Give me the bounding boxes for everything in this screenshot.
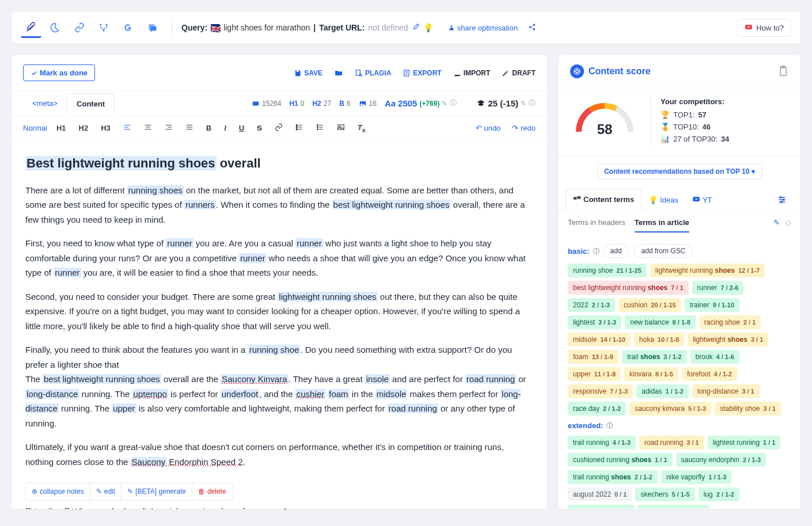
basic-info-icon[interactable]: ⓘ: [593, 247, 599, 256]
draft-button[interactable]: DRAFT: [502, 68, 536, 78]
info-icon[interactable]: ⓘ: [450, 98, 457, 108]
edit-notes-button[interactable]: ✎ edit: [90, 483, 122, 500]
term-chip[interactable]: lug2 / 1-2: [699, 487, 739, 501]
term-chip[interactable]: cushioned running shoes1 / 1: [568, 453, 673, 467]
term-chip[interactable]: saucony kinvara5 / 1-3: [629, 402, 711, 416]
term-chip[interactable]: kinvara8 / 1-5: [624, 367, 678, 381]
share-nodes-icon[interactable]: [528, 23, 536, 33]
term-chip[interactable]: road running3 / 1: [639, 436, 704, 449]
recommendations-dropdown[interactable]: Content recommendations based on TOP 10 …: [597, 163, 762, 180]
mark-done-button[interactable]: Mark as done: [23, 64, 95, 81]
clipboard-icon[interactable]: [777, 65, 789, 78]
term-chip[interactable]: lightest running1 / 1: [708, 436, 781, 449]
term-chip[interactable]: august 20220 / 1: [568, 487, 632, 501]
subtab-headers[interactable]: Terms in headers: [568, 218, 625, 232]
term-chip[interactable]: racing shoe2 / 1: [699, 315, 761, 329]
tab-content-terms[interactable]: ❝❞Content terms: [566, 189, 642, 211]
extended-info-icon[interactable]: ⓘ: [606, 421, 613, 430]
term-chip[interactable]: midsole14 / 1-10: [568, 333, 631, 346]
term-chip[interactable]: best lightweight running shoes7 / 1: [568, 281, 689, 295]
format-normal[interactable]: Normal: [23, 124, 47, 132]
tab-nodes-icon[interactable]: [93, 17, 114, 38]
align-right-icon[interactable]: [161, 121, 176, 135]
format-h2[interactable]: H2: [75, 121, 92, 135]
term-chip[interactable]: lightweight trail1 / 1: [638, 505, 709, 509]
strike-icon[interactable]: S: [253, 121, 265, 135]
term-chip[interactable]: tempo runs1 / 1-2: [568, 505, 634, 509]
term-chip[interactable]: long-distance3 / 1: [692, 384, 760, 398]
term-chip[interactable]: new balance8 / 1-8: [625, 315, 696, 329]
eraser-icon[interactable]: ◇: [786, 218, 791, 232]
term-chip[interactable]: saucony endorphin2 / 1-3: [676, 453, 767, 467]
save-button[interactable]: SAVE: [294, 68, 322, 78]
unordered-list-icon[interactable]: [313, 121, 328, 135]
pencil-terms-icon[interactable]: ✎: [773, 218, 780, 232]
delete-notes-button[interactable]: 🗑 delete: [192, 483, 232, 500]
term-chip[interactable]: trail shoes3 / 1-2: [622, 350, 687, 364]
ordered-list-icon[interactable]: 123: [292, 121, 307, 135]
term-chip[interactable]: cushion20 / 1-15: [619, 298, 681, 312]
redo-button[interactable]: ↷ redo: [512, 124, 536, 132]
tab-settings-icon[interactable]: [771, 189, 794, 211]
term-chip[interactable]: trainer9 / 1-10: [685, 298, 739, 312]
term-chip[interactable]: adidas1 / 1-2: [636, 384, 689, 398]
edit-words-icon[interactable]: ✎: [442, 100, 447, 108]
term-chip[interactable]: foam13 / 1-9: [568, 350, 619, 364]
term-chip[interactable]: stability shoe3 / 1: [715, 402, 781, 416]
tab-ideas[interactable]: 💡Ideas: [642, 189, 685, 211]
term-chip[interactable]: responsive7 / 1-3: [568, 384, 633, 398]
add-from-gsc-button[interactable]: add from GSC: [634, 244, 693, 258]
term-chip[interactable]: lightweight shoes3 / 1: [688, 333, 768, 346]
underline-icon[interactable]: U: [236, 121, 248, 135]
italic-icon[interactable]: I: [221, 121, 230, 135]
tab-content[interactable]: Content: [67, 93, 115, 114]
term-chip[interactable]: trail running4 / 1-3: [568, 436, 636, 449]
term-chip[interactable]: skechers5 / 1-5: [635, 487, 695, 501]
tab-link-icon[interactable]: [69, 17, 90, 38]
term-chip[interactable]: trail running shoes2 / 1-2: [568, 470, 658, 484]
share-optimisation[interactable]: share optimisation: [448, 24, 518, 32]
clear-format-icon[interactable]: Tx: [354, 121, 369, 136]
tab-chat-icon[interactable]: [142, 17, 162, 38]
term-chip[interactable]: running shoe21 / 1-25: [568, 264, 647, 277]
tab-yt[interactable]: YT: [685, 189, 719, 211]
align-center-icon[interactable]: [141, 121, 155, 135]
align-left-icon[interactable]: [120, 121, 135, 135]
stat-grad: 25 (-15)✎ⓘ: [476, 98, 536, 108]
collapse-notes-button[interactable]: ⊕ collapse notes: [26, 483, 90, 500]
term-chip[interactable]: lightest3 / 1-3: [568, 315, 621, 329]
term-chip[interactable]: brook4 / 1-6: [690, 350, 739, 364]
link-format-icon[interactable]: [271, 121, 286, 135]
term-chip[interactable]: upper11 / 1-8: [568, 367, 621, 381]
term-chip[interactable]: nike vaporfly1 / 1-3: [661, 470, 732, 484]
add-term-button[interactable]: add: [603, 244, 629, 258]
bold-icon[interactable]: B: [203, 121, 215, 135]
plagia-button[interactable]: PLAGIA: [355, 68, 391, 78]
term-chip[interactable]: lightweight running shoes12 / 1-7: [650, 264, 765, 277]
format-h3[interactable]: H3: [97, 121, 114, 135]
howto-button[interactable]: How to?: [737, 19, 791, 37]
content-editor[interactable]: Best lightweight running shoes overall T…: [12, 141, 547, 509]
format-h1[interactable]: H1: [53, 121, 70, 135]
tab-google-icon[interactable]: [117, 17, 138, 38]
subtab-article[interactable]: Terms in article: [635, 218, 689, 232]
export-button[interactable]: EXPORT: [403, 68, 441, 78]
image-insert-icon[interactable]: [333, 121, 348, 135]
folder-button[interactable]: [334, 68, 343, 78]
term-chip[interactable]: 20222 / 1-3: [568, 298, 615, 312]
tab-meta[interactable]: <meta>: [23, 93, 67, 113]
import-button[interactable]: IMPORT: [453, 68, 491, 78]
info-grad-icon[interactable]: ⓘ: [529, 98, 536, 108]
align-justify-icon[interactable]: [182, 121, 197, 135]
edit-grad-icon[interactable]: ✎: [521, 100, 526, 108]
term-chip[interactable]: runner7 / 2-6: [692, 281, 744, 295]
lightbulb-icon[interactable]: 💡: [423, 23, 433, 32]
undo-button[interactable]: ↶ undo: [476, 124, 501, 132]
term-chip[interactable]: hoka10 / 1-8: [634, 333, 684, 346]
edit-target-icon[interactable]: [412, 23, 420, 33]
tab-feather-icon[interactable]: [21, 17, 41, 38]
tab-pie-icon[interactable]: [45, 17, 66, 38]
term-chip[interactable]: forefoot4 / 1-2: [682, 367, 737, 381]
term-chip[interactable]: race day2 / 1-2: [568, 402, 626, 416]
beta-generate-button[interactable]: ✎ [BETA] generate: [122, 483, 192, 500]
